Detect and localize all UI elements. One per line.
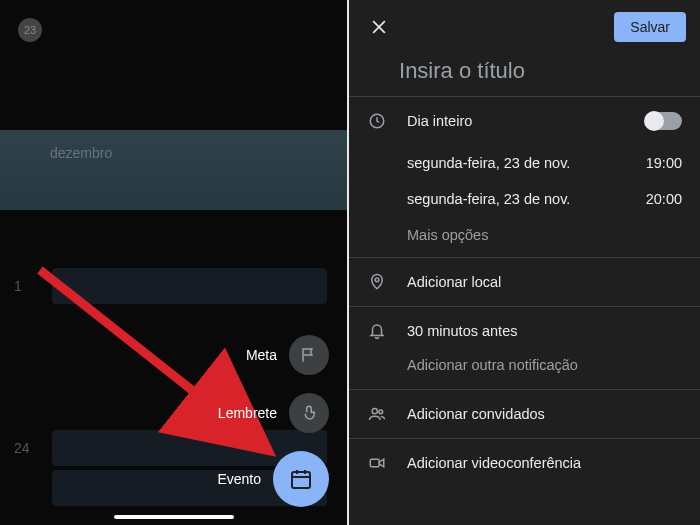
save-button[interactable]: Salvar [614, 12, 686, 42]
reminder-label[interactable]: 30 minutos antes [407, 323, 682, 339]
meta-button[interactable] [289, 335, 329, 375]
bell-icon [367, 321, 387, 341]
svg-rect-1 [292, 472, 310, 488]
start-date[interactable]: segunda-feira, 23 de nov. [407, 155, 626, 171]
day-number: 1 [14, 278, 22, 294]
fab-label: Meta [246, 347, 277, 363]
all-day-toggle[interactable] [646, 112, 682, 130]
event-create-panel: Salvar Dia inteiro segunda-feira, 23 de … [349, 0, 700, 525]
day-badge: 23 [18, 18, 42, 42]
guests-label[interactable]: Adicionar convidados [407, 406, 682, 422]
end-time-row[interactable]: segunda-feira, 23 de nov. 20:00 [349, 181, 700, 217]
home-indicator [114, 515, 234, 519]
toggle-knob [644, 111, 664, 131]
all-day-label: Dia inteiro [407, 113, 626, 129]
month-banner [0, 130, 347, 210]
month-label: dezembro [50, 145, 112, 161]
video-label[interactable]: Adicionar videoconferência [407, 455, 682, 471]
topbar: Salvar [349, 0, 700, 50]
video-row[interactable]: Adicionar videoconferência [349, 439, 700, 487]
clock-icon [367, 111, 387, 131]
start-time[interactable]: 19:00 [646, 155, 682, 171]
all-day-row: Dia inteiro [349, 97, 700, 145]
svg-rect-11 [370, 459, 379, 467]
flag-icon [300, 346, 318, 364]
event-block [52, 268, 327, 304]
close-icon [369, 17, 389, 37]
reminder-row[interactable]: 30 minutos antes [349, 307, 700, 355]
fab-item-evento: Evento [217, 451, 329, 507]
tap-icon [300, 404, 318, 422]
fab-speed-dial: Meta Lembrete Evento [217, 335, 329, 507]
svg-point-10 [379, 410, 383, 414]
svg-point-8 [375, 278, 379, 282]
calendar-icon [289, 467, 313, 491]
end-time[interactable]: 20:00 [646, 191, 682, 207]
more-options-label[interactable]: Mais opções [407, 227, 682, 243]
more-options-row[interactable]: Mais opções [349, 217, 700, 253]
calendar-panel-with-fab: 23 dezembro 1 24 Meta Lembrete E [0, 0, 347, 525]
day-number: 24 [14, 440, 30, 456]
end-date[interactable]: segunda-feira, 23 de nov. [407, 191, 626, 207]
header: 23 [18, 18, 42, 42]
guests-row[interactable]: Adicionar convidados [349, 390, 700, 438]
lembrete-button[interactable] [289, 393, 329, 433]
fab-item-lembrete: Lembrete [218, 393, 329, 433]
svg-point-9 [372, 408, 377, 413]
fab-label: Evento [217, 471, 261, 487]
fab-item-meta: Meta [246, 335, 329, 375]
start-time-row[interactable]: segunda-feira, 23 de nov. 19:00 [349, 145, 700, 181]
close-button[interactable] [367, 15, 391, 39]
fab-label: Lembrete [218, 405, 277, 421]
location-icon [367, 272, 387, 292]
video-icon [367, 453, 387, 473]
location-label[interactable]: Adicionar local [407, 274, 682, 290]
add-notification-label[interactable]: Adicionar outra notificação [407, 357, 682, 373]
add-notification-row[interactable]: Adicionar outra notificação [349, 355, 700, 389]
location-row[interactable]: Adicionar local [349, 258, 700, 306]
people-icon [367, 404, 387, 424]
title-input[interactable] [399, 58, 700, 84]
evento-button[interactable] [273, 451, 329, 507]
